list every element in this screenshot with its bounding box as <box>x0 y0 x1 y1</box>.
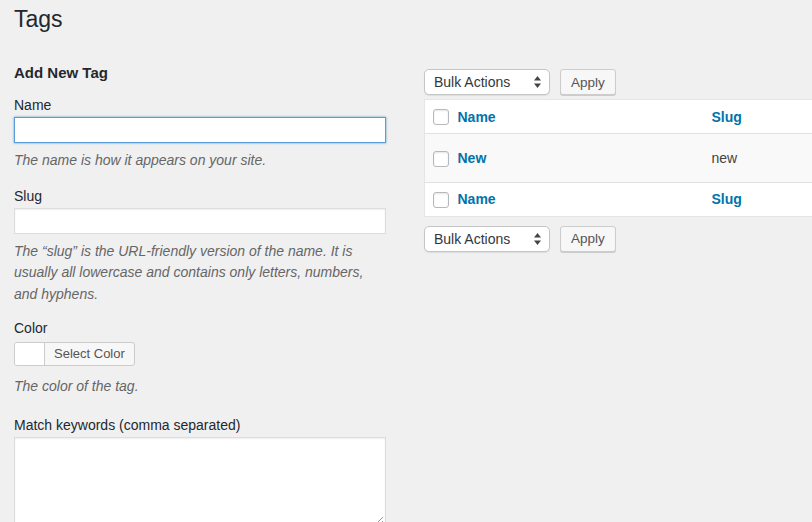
name-label: Name <box>14 97 386 113</box>
column-header-name-bottom[interactable]: Name <box>458 191 496 207</box>
color-label: Color <box>14 320 386 336</box>
table-header-row: Name Slug <box>425 100 812 134</box>
name-help: The name is how it appears on your site. <box>14 150 386 172</box>
color-button-label: Select Color <box>45 343 134 365</box>
resize-handle-icon[interactable] <box>374 512 384 522</box>
slug-label: Slug <box>14 188 386 204</box>
tablenav-bottom: Bulk Actions Apply <box>424 225 812 253</box>
select-all-checkbox-bottom[interactable] <box>433 192 449 208</box>
bulk-actions-select-bottom[interactable]: Bulk Actions <box>424 226 550 252</box>
color-swatch <box>15 343 45 365</box>
row-checkbox[interactable] <box>433 151 449 167</box>
form-heading: Add New Tag <box>14 64 386 81</box>
tags-list: Bulk Actions Apply Name Slug New new <box>424 68 812 253</box>
color-picker-button[interactable]: Select Color <box>14 342 135 366</box>
table-footer-row: Name Slug <box>425 182 812 216</box>
add-new-tag-form: Add New Tag Name The name is how it appe… <box>14 64 386 522</box>
select-all-checkbox-top[interactable] <box>433 109 449 125</box>
table-row: New new <box>425 134 812 182</box>
keywords-textarea-wrap <box>14 437 386 522</box>
name-input[interactable] <box>14 117 386 143</box>
apply-button-bottom[interactable]: Apply <box>560 226 616 252</box>
keywords-textarea[interactable] <box>14 437 386 522</box>
bulk-actions-select-top[interactable]: Bulk Actions <box>424 69 550 95</box>
tag-slug-value: new <box>712 150 738 166</box>
tags-admin-page: Tags Add New Tag Name The name is how it… <box>0 0 812 522</box>
column-header-name-top[interactable]: Name <box>458 109 496 125</box>
page-title: Tags <box>14 5 63 35</box>
column-header-slug-top[interactable]: Slug <box>712 109 742 125</box>
apply-button-top[interactable]: Apply <box>560 69 616 95</box>
tags-table: Name Slug New new Name Slug <box>424 99 812 217</box>
tablenav-top: Bulk Actions Apply <box>424 68 812 96</box>
keywords-label: Match keywords (comma separated) <box>14 417 386 433</box>
slug-input[interactable] <box>14 208 386 234</box>
tag-name-link[interactable]: New <box>458 150 487 166</box>
column-header-slug-bottom[interactable]: Slug <box>712 191 742 207</box>
color-help: The color of the tag. <box>14 376 386 398</box>
bulk-actions-select-wrap-bottom: Bulk Actions <box>424 226 550 252</box>
slug-help: The “slug” is the URL-friendly version o… <box>14 241 386 306</box>
bulk-actions-select-wrap: Bulk Actions <box>424 69 550 95</box>
